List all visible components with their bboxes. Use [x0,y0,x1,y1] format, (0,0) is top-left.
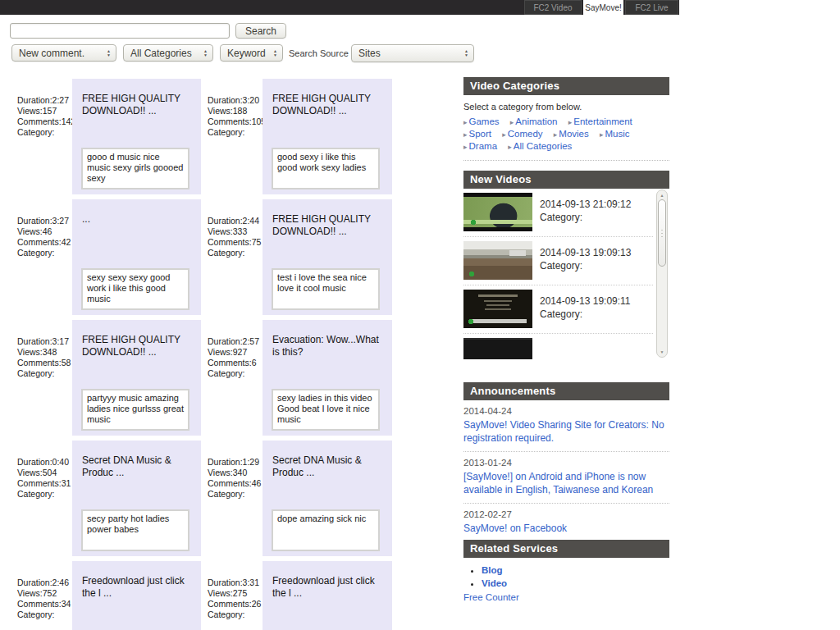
video-title[interactable]: FREE HIGH QUALITY DOWNLOAD!! ... [82,334,192,358]
keyword-select[interactable]: Keyword ▲▼ [220,44,283,62]
category-link-drama[interactable]: Drama [469,141,498,151]
scroll-up-icon[interactable]: ▲ [657,193,667,198]
video-thumbnail[interactable] [463,290,532,328]
tab-fc2-video[interactable]: FC2 Video [524,0,582,15]
arrow-icon: ▸ [502,130,506,139]
duration-text: Duration:2:44 [208,216,261,226]
category-link-all[interactable]: All Categories [514,141,573,151]
blog-link[interactable]: Blog [482,565,503,575]
tab-fc2-live[interactable]: FC2 Live [625,0,678,15]
video-categories-header: Video Categories [463,77,669,95]
video-card[interactable]: Evacuation: Wow...What is this? sexy lad… [262,320,392,436]
video-title[interactable]: Evacuation: Wow...What is this? [272,334,383,358]
scrollbar-thumb[interactable] [658,199,666,267]
comments-text: Comments:42 [17,237,71,248]
views-text: Views:46 [17,226,71,237]
arrow-icon: ▸ [600,130,604,139]
page: FC2 Video SayMove! FC2 Live Search New c… [0,0,840,630]
video-title[interactable]: Secret DNA Music & Produc ... [272,454,383,479]
category-link-movies[interactable]: Movies [559,129,588,139]
video-category-label: Category: [540,308,631,320]
announcement-link[interactable]: SayMove! Video Sharing Site for Creators… [463,418,669,445]
arrow-icon: ▸ [508,143,512,151]
keyword-select-value: Keyword [227,48,267,59]
category-text: Category: [208,127,261,138]
new-videos-list: 2014-09-13 21:09:12 Category: 2014-09-13… [463,189,669,359]
video-title[interactable]: Freedownload just click the l ... [82,575,192,600]
views-text: Views:340 [208,468,261,478]
comments-text: Comments:34 [17,599,71,609]
category-link-animation[interactable]: Animation [515,116,557,126]
announcement-date: 2014-04-24 [463,406,669,416]
duration-text: Duration:3:27 [17,216,71,226]
video-thumbnail[interactable] [463,241,532,280]
search-input[interactable] [10,23,230,39]
tab-saymove[interactable]: SayMove! [583,0,623,15]
video-card[interactable]: Secret DNA Music & Produc ... secy party… [72,441,201,556]
new-videos-header: New Videos [463,171,669,189]
video-meta: Duration:0:40 Views:504 Comments:31 Cate… [10,441,72,556]
stepper-icon: ▲▼ [107,49,111,57]
video-card[interactable]: ... sexy sexy sexy good work i like this… [72,199,201,315]
video-card[interactable]: Secret DNA Music & Produc ... dope amazi… [262,441,392,556]
free-counter-link[interactable]: Free Counter [463,592,669,602]
category-link-entertainment[interactable]: Entertainment [573,116,632,126]
scroll-down-icon[interactable]: ▼ [657,349,667,354]
category-select[interactable]: All Categories ▲▼ [123,44,213,62]
video-meta: Duration:3:31 Views:275 Comments:26 Cate… [201,561,262,630]
video-thumbnail[interactable] [463,193,532,231]
category-link-music[interactable]: Music [605,129,630,139]
category-link-games[interactable]: Games [469,116,500,126]
sort-select-value: New comment. [19,48,100,59]
list-item: Video [482,577,669,590]
video-meta: Duration:2:27 Views:157 Comments:142 Cat… [10,79,72,194]
announcement-date: 2012-02-27 [463,509,669,519]
category-link-comedy[interactable]: Comedy [508,129,543,139]
video-title[interactable]: ... [82,213,192,226]
comment-box: test i love the sea nice love it cool mu… [272,268,380,310]
video-title[interactable]: FREE HIGH QUALITY DOWNLOAD!! ... [82,93,192,117]
search-source-select[interactable]: Sites ▲▼ [351,44,474,62]
video-meta: Duration:3:20 Views:188 Comments:105 Cat… [201,79,262,194]
video-thumbnail[interactable] [463,338,532,359]
video-card[interactable]: FREE HIGH QUALITY DOWNLOAD!! ... test i … [262,199,392,315]
new-video-item[interactable]: 2014-09-13 19:09:13 Category: [463,237,653,285]
video-card[interactable]: FREE HIGH QUALITY DOWNLOAD!! ... partyyy… [72,320,201,436]
video-title[interactable]: FREE HIGH QUALITY DOWNLOAD!! ... [272,93,383,117]
category-text: Category: [17,489,71,500]
views-text: Views:348 [17,347,71,358]
search-button[interactable]: Search [235,23,286,39]
video-card[interactable]: Freedownload just click the l ... [262,561,392,630]
category-text: Category: [208,489,261,500]
video-meta: Duration:1:29 Views:340 Comments:46 Cate… [201,441,262,556]
comment-box: dope amazing sick nic [272,509,380,551]
comments-text: Comments:46 [208,478,261,489]
video-title[interactable]: Freedownload just click the l ... [272,575,383,600]
arrow-icon: ▸ [463,118,468,126]
video-card[interactable]: FREE HIGH QUALITY DOWNLOAD!! ... good se… [262,79,392,194]
new-video-item[interactable]: 2014-09-13 19:09:11 Category: [463,285,653,334]
announcement-link[interactable]: [SayMove!] on Android and iPhone is now … [463,470,669,496]
comments-text: Comments:31 [17,478,71,489]
category-link-sport[interactable]: Sport [469,129,492,139]
video-meta: Duration:2:57 Views:927 Comments:6 Categ… [201,320,262,436]
search-source-value: Sites [358,48,458,59]
video-meta: Duration:3:27 Views:46 Comments:42 Categ… [10,199,72,315]
video-card[interactable]: Freedownload just click the l ... [72,561,201,630]
announcement-link[interactable]: SayMove! on Facebook [463,522,669,535]
category-text: Category: [17,127,71,138]
video-card[interactable]: FREE HIGH QUALITY DOWNLOAD!! ... gooo d … [72,79,201,194]
sort-select[interactable]: New comment. ▲▼ [11,44,116,62]
categories-intro: Select a category from below. [463,102,669,112]
new-video-item[interactable]: 2014-09-13 21:09:12 Category: [463,189,653,237]
video-title[interactable]: Secret DNA Music & Produc ... [82,454,192,479]
announcement-item: 2014-04-24 SayMove! Video Sharing Site f… [463,400,669,452]
scrollbar[interactable]: ▲ ▼ [656,189,668,358]
announcement-date: 2013-01-24 [463,458,669,468]
related-services-header: Related Services [463,540,669,558]
comment-box: sexy ladies in this video Good beat I lo… [272,389,380,431]
video-title[interactable]: FREE HIGH QUALITY DOWNLOAD!! ... [272,213,383,238]
video-link[interactable]: Video [482,578,507,588]
new-video-item[interactable] [463,334,653,359]
duration-text: Duration:1:29 [208,457,261,468]
